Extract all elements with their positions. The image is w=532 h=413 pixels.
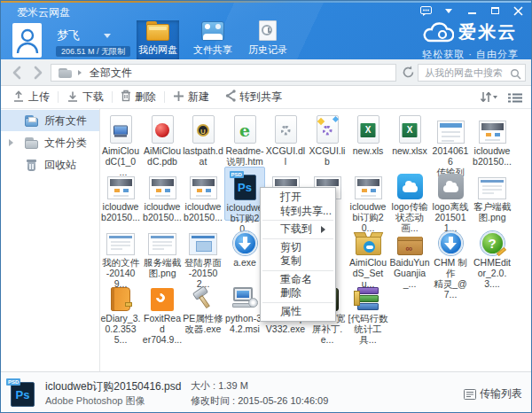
transfer-list-icon [464,389,476,400]
minimize-button[interactable] [466,5,478,16]
back-button[interactable] [10,65,26,81]
file-icon: X [389,111,430,144]
file-item[interactable]: icloudweb20150... [472,111,512,165]
menu-item-cut[interactable]: 剪切 [261,241,335,255]
forward-button[interactable] [29,65,45,81]
menu-separator [262,238,333,239]
sort-order-button[interactable] [480,90,497,107]
file-icon [348,222,388,255]
file-item[interactable]: icloudweb20150... [183,167,223,221]
file-item[interactable]: icloudwebi订购20... [348,167,388,221]
expand-arrow-icon[interactable] [9,139,17,146]
tab-file-share[interactable]: 文件共享 [192,20,234,59]
menu-item-label: 属性 [280,305,301,317]
selected-file-size: 大小 : 1.39 M [191,379,248,393]
delete-button[interactable]: 删除 [113,87,164,108]
file-label: AiMiCloudC.pdb [142,145,183,167]
file-item[interactable]: eReadme-说明.htm [224,111,265,165]
file-item[interactable]: 20140616传输列表... [430,111,471,165]
menu-item-open[interactable]: 打开 [261,191,335,205]
history-icon [255,20,280,41]
file-item[interactable]: Ulastpath.dat [183,111,223,165]
file-item[interactable]: 我的文件-201409... [100,222,141,277]
username[interactable]: 梦飞 [57,27,80,43]
file-icon: PSDPs [225,168,264,200]
file-item[interactable]: logo传输状态动画... [389,167,430,221]
file-icon [100,111,141,144]
folder-blue-icon [24,114,39,127]
user-menu-caret-icon[interactable] [104,34,111,42]
tab-history[interactable]: 历史记录 [246,20,289,59]
person-icon [16,27,39,54]
sidebar-item-all-files[interactable]: 所有文件 [1,110,99,131]
file-item[interactable]: AiMiCloudC.pdb [142,111,183,165]
file-label: 客户端截图.png [472,201,512,222]
upload-button[interactable]: 上传 [4,87,58,108]
file-item[interactable]: eDiary_3.0.2.3535... [100,278,141,332]
file-item[interactable]: icloudweb20150... [100,167,141,221]
file-icon [430,167,471,199]
sidebar-item-file-category[interactable]: 文件分类 [1,132,99,153]
skin-menu-icon[interactable] [442,5,455,16]
window-title: 爱米云网盘 [17,5,70,20]
share-button[interactable]: 转到共享 [217,87,290,108]
sidebar-item-recycle-bin[interactable]: 回收站 [1,154,99,175]
file-item[interactable]: CHM 制作精灵_@7... [430,222,471,277]
file-label: lastpath.dat [183,145,223,167]
menu-item-rename[interactable]: 重命名 [261,273,335,287]
transfer-list-button[interactable]: 传输列表 [464,386,522,401]
file-toolbar: 上传下载删除新建转到共享 [1,86,531,109]
share-icon [225,90,236,105]
feedback-icon[interactable] [419,5,432,16]
menu-item-copy[interactable]: 复制 [261,254,335,269]
file-item[interactable]: 客户端截图.png [472,167,512,221]
list-view-button[interactable] [508,91,522,107]
search-input[interactable] [423,66,507,80]
file-item[interactable]: icloudweb20150... [142,167,183,221]
new-button[interactable]: 新建 [165,87,217,108]
sidebar-item-label: 所有文件 [44,113,87,129]
breadcrumb[interactable]: 全部文件 [51,64,396,82]
file-item[interactable]: logo离线2015011... [430,167,471,221]
file-item[interactable]: PE属性修改器.exe [183,278,223,332]
menu-item-label: 重命名 [280,273,312,285]
file-label: icloudweb20150... [142,201,183,222]
file-item[interactable]: Xnew.xlsx [389,111,430,165]
file-item[interactable]: [代码行数统计工具... [348,278,388,332]
my-drive-icon [145,20,170,41]
tab-my-drive[interactable]: 我的网盘 [137,20,179,59]
tab-label: 我的网盘 [138,43,177,57]
search-icon[interactable] [510,67,521,83]
file-label: CHM 制作精灵_@7... [430,257,471,300]
menu-item-properties[interactable]: 属性 [261,305,335,319]
menu-item-label: 剪切 [280,241,301,253]
context-menu: 打开转到共享...下载到剪切复制重命名删除属性 [260,187,336,322]
file-item[interactable]: 登陆界面-201502... [183,222,223,277]
file-item[interactable]: XCGUI.lib [307,111,348,165]
file-item[interactable]: AimiCloudC(1_0_... [100,111,141,165]
file-item[interactable]: ?CHMEditor_2.0.3.... [472,222,512,277]
menu-item-delete[interactable]: 删除 [261,286,335,300]
download-button[interactable]: 下载 [59,87,112,108]
app-window: 爱米云网盘 梦飞 206.51 M / 无限制 我的网盘文件共享历史记录 [0,0,532,413]
breadcrumb-root[interactable]: 全部文件 [90,66,132,81]
maximize-button[interactable] [489,5,501,16]
file-icon [307,111,348,144]
file-item[interactable]: Xnew.xls [348,111,388,165]
menu-item-download-to[interactable]: 下载到 [261,222,335,237]
close-button[interactable] [512,5,524,16]
file-icon: e [224,111,265,144]
file-icon [389,167,430,199]
button-label: 上传 [28,90,50,105]
file-item[interactable]: 服务端截图.png [142,222,183,277]
menu-item-goto-share[interactable]: 转到共享... [261,205,335,219]
refresh-button[interactable] [402,66,415,82]
file-icon [183,278,223,311]
file-item[interactable]: ∞BaiduYunGuanjia_... [389,222,430,277]
avatar[interactable] [12,23,42,58]
cloud-logo-icon [422,22,454,43]
file-item[interactable]: FoxitReader704.9... [142,278,183,332]
file-item[interactable]: XCGUI.dll [265,111,306,165]
file-item[interactable]: AimiCloudS_Setu... [348,222,388,277]
file-icon [142,278,183,311]
